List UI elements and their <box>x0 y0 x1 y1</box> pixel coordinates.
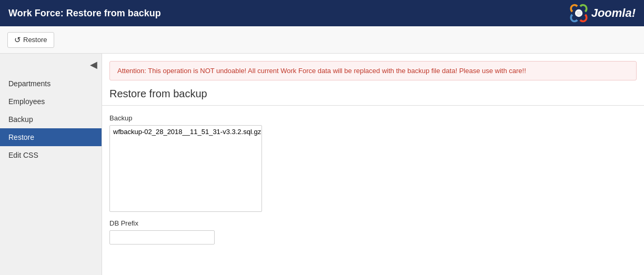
joomla-text: Joomla! <box>591 6 636 20</box>
content-area: Attention: This operation is NOT undoabl… <box>102 54 644 275</box>
db-prefix-input[interactable] <box>109 230 215 245</box>
sidebar-item-departments[interactable]: Departments <box>0 75 102 93</box>
page-title: Restore from backup <box>102 80 644 106</box>
sidebar-item-label: Edit CSS <box>8 151 38 159</box>
alert-text: Attention: This operation is NOT undoabl… <box>117 67 526 75</box>
sidebar-item-employees[interactable]: Employees <box>0 93 102 110</box>
sidebar-collapse-button[interactable]: ◀ <box>90 59 97 70</box>
sidebar-toggle[interactable]: ◀ <box>0 59 102 75</box>
main-layout: ◀ Departments Employees Backup Restore E… <box>0 54 644 275</box>
form-section: Backup wfbackup-02_28_2018__11_51_31-v3.… <box>102 114 644 245</box>
backup-label: Backup <box>109 114 637 122</box>
sidebar-item-label: Employees <box>8 97 45 106</box>
sidebar-item-restore[interactable]: Restore <box>0 128 102 146</box>
toolbar: ↺ Restore <box>0 26 644 54</box>
alert-warning: Attention: This operation is NOT undoabl… <box>109 61 637 80</box>
joomla-icon <box>569 4 588 23</box>
db-prefix-label: DB Prefix <box>109 219 637 227</box>
backup-option[interactable]: wfbackup-02_28_2018__11_51_31-v3.3.2.sql… <box>111 127 260 137</box>
backup-select[interactable]: wfbackup-02_28_2018__11_51_31-v3.3.2.sql… <box>109 125 262 212</box>
sidebar-item-backup[interactable]: Backup <box>0 110 102 128</box>
restore-button[interactable]: ↺ Restore <box>7 32 54 48</box>
joomla-logo: Joomla! <box>569 4 636 23</box>
sidebar: ◀ Departments Employees Backup Restore E… <box>0 54 102 275</box>
sidebar-item-label: Departments <box>8 79 51 88</box>
restore-icon: ↺ <box>14 35 21 45</box>
restore-label: Restore <box>23 36 47 44</box>
chevron-left-icon: ◀ <box>90 59 97 70</box>
header: Work Force: Restore from backup Joomla! <box>0 0 644 26</box>
sidebar-item-label: Backup <box>8 115 33 124</box>
sidebar-item-edit-css[interactable]: Edit CSS <box>0 146 102 164</box>
header-title: Work Force: Restore from backup <box>8 8 161 19</box>
sidebar-item-label: Restore <box>8 133 34 141</box>
